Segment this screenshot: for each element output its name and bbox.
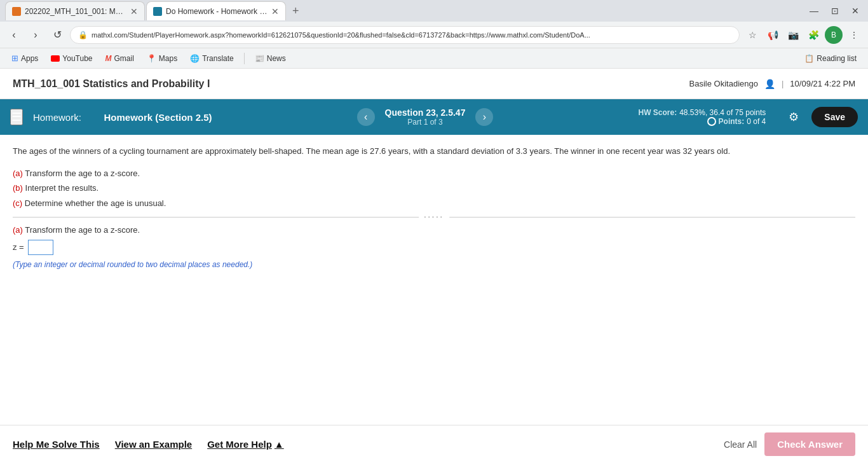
get-more-help-button[interactable]: Get More Help ▲ — [207, 439, 284, 450]
menu-button[interactable]: ⋮ — [845, 26, 863, 44]
tab2-title: Do Homework - Homework (Sec... — [166, 7, 268, 16]
tab1-close[interactable]: ✕ — [130, 6, 138, 17]
tab1-favicon — [12, 7, 21, 16]
z-score-input[interactable] — [28, 240, 53, 255]
bookmark-gmail[interactable]: M Gmail — [100, 52, 139, 65]
type-note: (Type an integer or decimal rounded to t… — [13, 260, 855, 269]
apps-icon: ⊞ — [11, 53, 18, 63]
tab-homework[interactable]: Do Homework - Homework (Sec... ✕ — [146, 1, 286, 20]
sub-b-label: (b) — [13, 183, 23, 193]
date-time: 10/09/21 4:22 PM — [790, 79, 855, 88]
bookmark-youtube-label: YouTube — [62, 54, 92, 63]
header-right: Basile Okitadiengo 👤 | 10/09/21 4:22 PM — [689, 79, 855, 89]
translate-icon: 🌐 — [190, 54, 200, 63]
bookmark-apps[interactable]: ⊞ Apps — [6, 52, 43, 65]
bookmark-maps[interactable]: 📍 Maps — [142, 52, 182, 65]
tab2-favicon — [153, 7, 162, 16]
news-icon: 📰 — [255, 54, 264, 63]
maps-icon: 📍 — [147, 54, 156, 63]
bookmark-youtube[interactable]: YouTube — [46, 52, 97, 65]
youtube-icon — [51, 55, 60, 62]
bookmark-translate[interactable]: 🌐 Translate — [185, 52, 239, 65]
z-label: z = — [13, 242, 24, 252]
get-more-help-label: Get More Help — [207, 439, 272, 450]
user-icon: 👤 — [764, 79, 775, 89]
tab1-title: 202202_MTH_101_001: MyLab St... — [25, 7, 126, 16]
part-a-header: (a) Transform the age to a z-score. — [13, 225, 855, 235]
page-content: MTH_101_001 Statistics and Probability I… — [0, 69, 868, 463]
screenshot-button[interactable]: 📷 — [784, 26, 802, 44]
close-button[interactable]: ✕ — [848, 4, 863, 17]
back-button[interactable]: ‹ — [5, 26, 23, 44]
question-part: Part 1 of 3 — [407, 118, 442, 127]
tab2-close[interactable]: ✕ — [271, 6, 279, 17]
app-header: MTH_101_001 Statistics and Probability I… — [0, 69, 868, 99]
question-text: The ages of the winners of a cycling tou… — [13, 145, 855, 158]
bookmark-gmail-label: Gmail — [114, 54, 134, 63]
sub-b-text: Interpret the results. — [25, 183, 99, 193]
bookmark-news[interactable]: 📰 News — [250, 52, 291, 65]
bookmark-translate-label: Translate — [202, 54, 234, 63]
sub-a-label: (a) — [13, 169, 23, 178]
address-bar[interactable]: 🔒 mathxl.com/Student/PlayerHomework.aspx… — [70, 26, 740, 44]
reading-list-button[interactable]: 📋 Reading list — [799, 52, 862, 65]
clear-all-button[interactable]: Clear All — [724, 439, 757, 450]
reading-list-label: Reading list — [817, 54, 857, 63]
save-button[interactable]: Save — [811, 107, 858, 127]
help-me-solve-button[interactable]: Help Me Solve This — [13, 439, 100, 450]
sub-c-text: Determine whether the age is unusual. — [25, 198, 166, 208]
reload-button[interactable]: ↺ — [48, 26, 66, 44]
points-label: Points: — [719, 117, 745, 126]
bookmark-separator — [244, 53, 245, 64]
points-circle-icon — [707, 117, 716, 126]
get-more-help-arrow: ▲ — [275, 439, 284, 450]
media-button[interactable]: 📢 — [764, 26, 782, 44]
part-a-text: Transform the age to a z-score. — [25, 225, 140, 235]
footer-right: Clear All Check Answer — [724, 432, 855, 456]
bookmark-apps-label: Apps — [21, 54, 38, 63]
address-text: mathxl.com/Student/PlayerHomework.aspx?h… — [92, 31, 731, 39]
lock-icon: 🔒 — [78, 31, 88, 39]
prev-question-button[interactable]: ‹ — [357, 108, 375, 126]
header-divider: | — [782, 79, 783, 88]
new-tab-button[interactable]: + — [287, 4, 304, 18]
bookmark-star-button[interactable]: ☆ — [743, 26, 761, 44]
gmail-icon: M — [105, 54, 112, 63]
app-title: MTH_101_001 Statistics and Probability I — [13, 78, 210, 90]
homework-nav-bar: ☰ Homework: Homework (Section 2.5) ‹ Que… — [0, 99, 868, 135]
bookmark-maps-label: Maps — [159, 54, 177, 63]
points-value: 0 of 4 — [747, 117, 766, 126]
homework-label: Homework: — [33, 112, 81, 123]
forward-button[interactable]: › — [27, 26, 44, 44]
homework-name: Homework (Section 2.5) — [104, 112, 212, 123]
question-number: Question 23, 2.5.47 — [385, 107, 466, 118]
bookmarks-bar: ⊞ Apps YouTube M Gmail 📍 Maps 🌐 Translat… — [0, 48, 868, 69]
bookmark-news-label: News — [267, 54, 286, 63]
z-score-row: z = — [13, 240, 855, 255]
reading-list-icon: 📋 — [804, 54, 814, 63]
maximize-button[interactable]: ⊡ — [827, 4, 843, 17]
main-content: The ages of the winners of a cycling tou… — [0, 135, 868, 425]
settings-button[interactable]: ⚙ — [786, 107, 801, 127]
homework-menu-button[interactable]: ☰ — [10, 109, 23, 125]
part-a-label: (a) — [13, 225, 23, 235]
tab-mylab[interactable]: 202202_MTH_101_001: MyLab St... ✕ — [5, 1, 145, 20]
check-answer-button[interactable]: Check Answer — [764, 432, 855, 456]
next-question-button[interactable]: › — [475, 108, 493, 126]
hw-score-value: 48.53%, 36.4 of 75 points — [679, 108, 766, 117]
view-example-button[interactable]: View an Example — [115, 439, 192, 450]
sub-questions: (a) Transform the age to a z-score. (b) … — [13, 166, 855, 211]
sub-c-label: (c) — [13, 198, 22, 208]
profile-button[interactable]: B — [825, 26, 843, 44]
extensions-button[interactable]: 🧩 — [804, 26, 822, 44]
hw-score-label: HW Score: — [639, 108, 677, 117]
user-name: Basile Okitadiengo — [689, 79, 758, 88]
divider-dots: ..... — [419, 211, 449, 219]
footer: Help Me Solve This View an Example Get M… — [0, 425, 868, 463]
minimize-button[interactable]: — — [806, 4, 822, 17]
sub-a-text: Transform the age to a z-score. — [25, 169, 140, 178]
